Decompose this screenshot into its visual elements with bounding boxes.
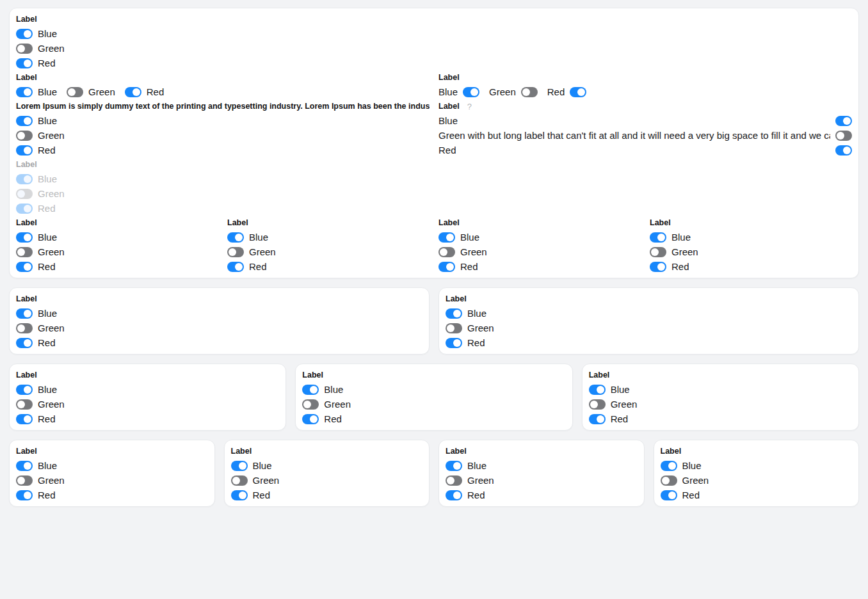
switch-label: Blue [438, 115, 830, 126]
toggle-switch[interactable] [302, 399, 319, 410]
toggle-switch[interactable] [521, 87, 538, 97]
switch-knob [17, 401, 25, 408]
toggle-switch[interactable] [125, 87, 141, 97]
toggle-switch[interactable] [589, 385, 606, 395]
toggle-row: Green [650, 244, 852, 259]
toggle-card: Label Blue Green Red [438, 287, 859, 355]
toggle-row: Blue [16, 382, 279, 397]
switch-label: Green [38, 246, 65, 257]
toggle-switch[interactable] [16, 262, 33, 272]
toggle-switch[interactable] [302, 414, 319, 424]
switch-label: Blue [38, 86, 57, 97]
toggle-card: Label Blue Green Red [9, 363, 286, 431]
toggle-switch [16, 204, 33, 214]
toggle-switch[interactable] [16, 58, 33, 68]
toggle-rows: Blue Green Red [589, 382, 852, 426]
toggle-card: Label Blue Green Red [438, 440, 645, 507]
toggle-switch[interactable] [16, 414, 33, 424]
toggle-row: Green [302, 397, 565, 411]
switch-label: Red [682, 490, 700, 500]
toggle-switch[interactable] [589, 399, 606, 410]
help-icon[interactable]: ? [467, 102, 472, 111]
toggle-switch[interactable] [16, 131, 33, 141]
group-header: Label [16, 368, 279, 382]
toggle-switch[interactable] [16, 29, 33, 39]
toggle-rows: Blue Green Red [438, 230, 641, 274]
switch-label: Green [611, 399, 638, 410]
toggle-switch[interactable] [16, 145, 33, 156]
toggle-row: Blue [446, 458, 638, 473]
toggle-switch[interactable] [661, 461, 677, 471]
toggle-switch[interactable] [67, 87, 83, 97]
toggle-switch[interactable] [438, 247, 455, 257]
toggle-switch[interactable] [661, 490, 677, 500]
toggle-switch[interactable] [231, 461, 248, 471]
toggle-switch[interactable] [463, 87, 479, 97]
toggle-switch[interactable] [16, 232, 33, 243]
toggle-switch[interactable] [446, 490, 462, 500]
toggle-switch[interactable] [231, 475, 248, 486]
switch-label: Green [467, 475, 494, 486]
switch-knob [24, 88, 31, 96]
toggle-group: Label Blue Green Red [446, 444, 638, 502]
toggle-row: Red [661, 488, 853, 502]
toggle-row: Blue [446, 306, 852, 321]
toggle-card: Label Blue Green Red [582, 363, 859, 431]
toggle-switch[interactable] [227, 262, 244, 272]
toggle-switch[interactable] [16, 323, 33, 333]
empty-cell [438, 12, 852, 70]
switch-label: Red [467, 337, 485, 348]
toggle-switch[interactable] [16, 116, 33, 126]
toggle-switch[interactable] [231, 490, 248, 500]
toggle-row: Green [16, 244, 218, 259]
switch-label: Red [38, 58, 56, 68]
toggle-switch[interactable] [16, 247, 33, 257]
switch-knob [668, 462, 676, 470]
toggle-switch[interactable] [16, 308, 33, 319]
toggle-switch[interactable] [438, 262, 455, 272]
switch-label: Green [467, 323, 494, 333]
toggle-rows: Blue Green Red [16, 113, 430, 157]
toggle-switch[interactable] [650, 232, 666, 243]
switch-knob [24, 263, 31, 271]
toggle-switch[interactable] [446, 338, 462, 348]
toggle-switch[interactable] [835, 116, 852, 126]
toggle-switch[interactable] [16, 338, 33, 348]
toggle-switch[interactable] [438, 232, 455, 243]
toggle-switch[interactable] [446, 475, 462, 486]
switch-label: Blue [38, 28, 57, 39]
toggle-switch [16, 189, 33, 199]
group-label: Label [438, 102, 460, 111]
toggle-switch[interactable] [16, 399, 33, 410]
switch-knob [843, 147, 851, 154]
toggle-switch[interactable] [16, 44, 33, 54]
toggle-rows: Blue Green Red [661, 458, 853, 502]
toggle-switch[interactable] [16, 475, 33, 486]
toggle-switch[interactable] [589, 414, 606, 424]
toggle-switch[interactable] [650, 262, 666, 272]
toggle-switch[interactable] [302, 385, 319, 395]
toggle-switch[interactable] [16, 385, 33, 395]
toggle-switch[interactable] [570, 87, 586, 97]
toggle-switch[interactable] [16, 461, 33, 471]
switch-knob [657, 263, 665, 271]
group-header: Label [16, 216, 218, 230]
main-card-bottom-grid: Label Blue Green Red Label Blue Green Re… [16, 216, 852, 274]
toggle-switch[interactable] [835, 145, 852, 156]
toggle-switch[interactable] [227, 247, 244, 257]
toggle-switch[interactable] [446, 323, 462, 333]
toggle-switch[interactable] [661, 475, 677, 486]
toggle-switch[interactable] [16, 490, 33, 500]
switch-knob [68, 88, 76, 96]
toggle-row: Green [16, 41, 430, 56]
toggle-switch[interactable] [650, 247, 666, 257]
switch-label: Green [38, 399, 65, 410]
toggle-switch[interactable] [835, 131, 852, 141]
toggle-row: Green [661, 473, 853, 488]
toggle-row: Red [16, 143, 430, 157]
toggle-switch[interactable] [446, 308, 462, 319]
toggle-switch[interactable] [16, 87, 33, 97]
toggle-switch[interactable] [227, 232, 244, 243]
toggle-switch[interactable] [446, 461, 462, 471]
toggle-row: Blue [16, 113, 430, 128]
